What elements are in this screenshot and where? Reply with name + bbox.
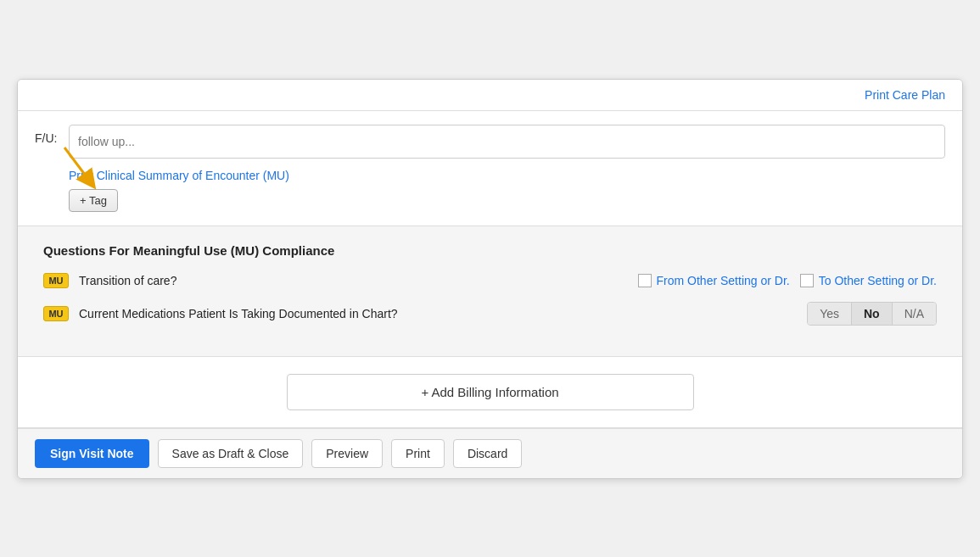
- top-bar: Print Care Plan: [18, 80, 962, 111]
- to-other-setting-checkbox[interactable]: [800, 274, 814, 287]
- mu-section-title: Questions For Meaningful Use (MU) Compli…: [43, 243, 937, 258]
- from-other-setting-label[interactable]: From Other Setting or Dr.: [657, 274, 790, 287]
- na-button[interactable]: N/A: [893, 303, 936, 325]
- mu-badge-2: MU: [43, 306, 69, 321]
- sign-visit-note-button[interactable]: Sign Visit Note: [35, 439, 149, 468]
- print-care-plan-link[interactable]: Print Care Plan: [865, 88, 945, 102]
- to-other-setting-option: To Other Setting or Dr.: [800, 274, 937, 287]
- no-button[interactable]: No: [852, 303, 893, 325]
- yes-no-na-group: Yes No N/A: [807, 302, 937, 326]
- action-bar: Sign Visit Note Save as Draft & Close Pr…: [18, 428, 962, 478]
- svg-line-0: [64, 148, 90, 181]
- print-button[interactable]: Print: [391, 439, 445, 468]
- mu-row-2: MU Current Medications Patient Is Taking…: [43, 302, 937, 326]
- mu-section: Questions For Meaningful Use (MU) Compli…: [18, 226, 962, 357]
- billing-section: + Add Billing Information: [18, 357, 962, 428]
- from-other-setting-checkbox[interactable]: [638, 274, 652, 287]
- add-billing-button[interactable]: + Add Billing Information: [287, 374, 694, 410]
- preview-button[interactable]: Preview: [311, 439, 383, 468]
- mu-question-2: Current Medications Patient Is Taking Do…: [79, 307, 398, 320]
- discard-button[interactable]: Discard: [453, 439, 522, 468]
- arrow-annotation-icon: [60, 143, 111, 190]
- mu-badge-1: MU: [43, 273, 69, 288]
- from-other-setting-option: From Other Setting or Dr.: [638, 274, 790, 287]
- mu-question-1: Transition of care?: [79, 274, 176, 287]
- fu-label: F/U:: [35, 125, 60, 145]
- yes-button[interactable]: Yes: [808, 303, 852, 325]
- mu-row-1: MU Transition of care? From Other Settin…: [43, 273, 937, 288]
- fu-input[interactable]: [69, 125, 945, 159]
- to-other-setting-label[interactable]: To Other Setting or Dr.: [819, 274, 937, 287]
- fu-section: F/U: Print Clinical Summary of Encounter…: [18, 111, 962, 226]
- save-draft-button[interactable]: Save as Draft & Close: [158, 439, 304, 468]
- tag-button[interactable]: + Tag: [69, 189, 118, 212]
